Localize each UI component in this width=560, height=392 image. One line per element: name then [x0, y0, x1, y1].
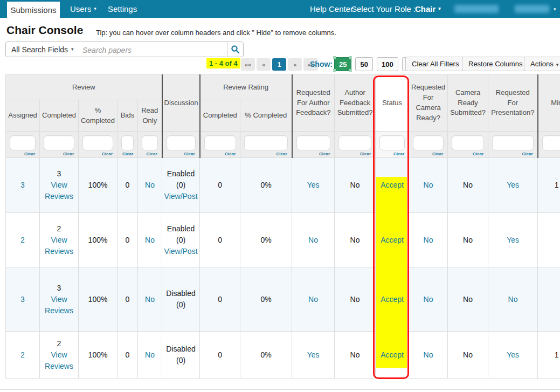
assigned-link[interactable]: 2 — [20, 350, 25, 359]
status-link[interactable]: Accept — [381, 181, 404, 189]
filter-clear-link[interactable]: Clear — [82, 151, 113, 157]
req-author-feedback-link[interactable]: No — [308, 236, 318, 244]
col-header-discussion[interactable]: Discussion — [162, 75, 200, 132]
search-field-selector[interactable]: All Search Fields ▾ — [11, 42, 74, 57]
assigned-link[interactable]: 3 — [20, 181, 25, 189]
req-camera-ready-link[interactable]: No — [424, 181, 433, 189]
filter-input-rating-completed[interactable] — [204, 135, 237, 150]
filter-input-status[interactable] — [379, 135, 405, 150]
filter-input-rating-pct[interactable] — [244, 135, 288, 150]
tab-users[interactable]: Users ▾ — [70, 0, 96, 18]
page-size-25[interactable]: 25 — [334, 57, 351, 71]
read-only-link[interactable]: No — [145, 236, 155, 244]
filter-clear-link[interactable]: Clear — [9, 151, 35, 157]
req-author-feedback-link[interactable]: Yes — [307, 181, 320, 189]
col-header-read-only[interactable]: Read Only — [138, 100, 162, 132]
filter-input-pct-completed[interactable] — [82, 135, 113, 150]
col-header-req-presentation[interactable]: Requested For Presentation? — [488, 75, 538, 132]
filter-cell-status: Clear — [376, 132, 409, 158]
col-header-rating-pct[interactable]: % Completed — [240, 100, 292, 132]
col-header-req-camera-ready[interactable]: Requested For Camera Ready? — [409, 75, 448, 132]
view-post-link[interactable]: View/Post — [164, 192, 198, 201]
view-reviews-link[interactable]: View Reviews — [45, 295, 73, 315]
filter-input-bids[interactable] — [121, 135, 134, 150]
assigned-link[interactable]: 3 — [20, 295, 25, 304]
filter-clear-link[interactable]: Clear — [141, 151, 157, 157]
req-camera-ready-link[interactable]: No — [424, 295, 433, 304]
filter-input-min[interactable] — [542, 135, 560, 150]
req-camera-ready-link[interactable]: No — [424, 350, 433, 359]
req-camera-ready-link[interactable]: No — [424, 236, 433, 244]
filter-clear-link[interactable]: Clear — [121, 151, 133, 157]
col-header-status[interactable]: Status — [376, 75, 409, 132]
status-link[interactable]: Accept — [381, 350, 404, 359]
filter-input-req-author-feedback[interactable] — [296, 135, 331, 150]
page-size-50[interactable]: 50 — [355, 57, 372, 71]
filter-input-assigned[interactable] — [10, 135, 36, 150]
tab-submissions[interactable]: Submissions — [7, 2, 60, 18]
filter-input-req-presentation[interactable] — [492, 135, 534, 150]
col-header-rating-completed[interactable]: Completed — [200, 100, 240, 132]
filter-input-completed[interactable] — [44, 135, 74, 150]
col-header-pct-completed[interactable]: % Completed — [79, 100, 117, 132]
assigned-link[interactable]: 2 — [20, 236, 25, 244]
col-header-author-feedback-submitted[interactable]: Author Feedback Submitted? — [335, 75, 376, 132]
filter-clear-link[interactable]: Clear — [244, 151, 287, 157]
filter-clear-link[interactable]: Clear — [542, 151, 560, 157]
read-only-link[interactable]: No — [145, 181, 155, 189]
role-dropdown[interactable]: Chair ▾ — [415, 0, 441, 18]
col-header-bids[interactable]: Bids — [117, 100, 138, 132]
cell-bids: 0 — [117, 267, 138, 332]
req-presentation-link[interactable]: No — [508, 295, 518, 304]
filter-clear-link[interactable]: Clear — [204, 151, 236, 157]
redacted-user-menu[interactable] — [515, 5, 549, 13]
filter-input-read-only[interactable] — [142, 135, 158, 150]
pager-button-1[interactable]: « — [257, 58, 271, 71]
pager-button-0[interactable]: «« — [241, 58, 255, 71]
filter-cell-pct-completed: Clear — [79, 132, 117, 158]
filter-clear-link[interactable]: Clear — [492, 151, 533, 157]
filter-clear-link[interactable]: Clear — [296, 151, 330, 157]
filter-clear-link[interactable]: Clear — [379, 151, 404, 157]
filter-cell-completed: Clear — [40, 132, 79, 158]
search-button[interactable] — [227, 42, 243, 57]
help-center-link[interactable]: Help Center — [310, 0, 353, 18]
filter-clear-link[interactable]: Clear — [166, 151, 195, 157]
col-header-completed[interactable]: Completed — [40, 100, 79, 132]
status-link[interactable]: Accept — [381, 236, 404, 244]
filter-clear-link[interactable]: Clear — [412, 151, 443, 157]
req-presentation-link[interactable]: Yes — [507, 181, 519, 189]
view-reviews-link[interactable]: View Reviews — [45, 181, 73, 201]
col-header-req-author-feedback[interactable]: Requested For Author Feedback? — [292, 75, 335, 132]
status-link[interactable]: Accept — [381, 295, 404, 304]
req-author-feedback-link[interactable]: No — [308, 295, 318, 304]
read-only-link[interactable]: No — [145, 295, 155, 304]
restore-columns-button[interactable]: Restore Columns — [462, 57, 529, 71]
col-header-min[interactable]: Min — [538, 75, 560, 132]
filter-clear-link[interactable]: Clear — [451, 151, 483, 157]
view-reviews-link[interactable]: View Reviews — [45, 236, 73, 256]
col-header-assigned[interactable]: Assigned — [6, 100, 40, 132]
pager-button-3[interactable]: » — [288, 58, 302, 71]
filter-clear-link[interactable]: Clear — [338, 151, 371, 157]
req-presentation-link[interactable]: Yes — [507, 350, 519, 359]
filter-input-discussion[interactable] — [167, 135, 196, 150]
read-only-link[interactable]: No — [145, 350, 155, 359]
page-size-100[interactable]: 100 — [377, 57, 398, 71]
clear-all-filters-button[interactable]: Clear All Filters — [405, 57, 465, 71]
tab-settings-label: Settings — [108, 4, 137, 13]
actions-dropdown-button[interactable]: Actions▾ — [524, 57, 560, 71]
tab-settings[interactable]: Settings — [108, 0, 137, 18]
col-header-camera-ready-submitted[interactable]: Camera Ready Submitted? — [448, 75, 488, 132]
filter-clear-link[interactable]: Clear — [43, 151, 74, 157]
filter-input-req-camera-ready[interactable] — [413, 135, 444, 150]
filter-input-author-feedback-submitted[interactable] — [338, 135, 371, 150]
pager-button-2[interactable]: 1 — [272, 58, 286, 71]
req-presentation-link[interactable]: Yes — [507, 236, 519, 244]
filter-input-camera-ready-submitted[interactable] — [452, 135, 484, 150]
view-post-link[interactable]: View/Post — [164, 247, 198, 256]
req-author-feedback-link[interactable]: Yes — [307, 350, 320, 359]
view-reviews-link[interactable]: View Reviews — [45, 350, 73, 370]
search-input[interactable] — [81, 43, 218, 57]
cell-min — [538, 267, 560, 332]
